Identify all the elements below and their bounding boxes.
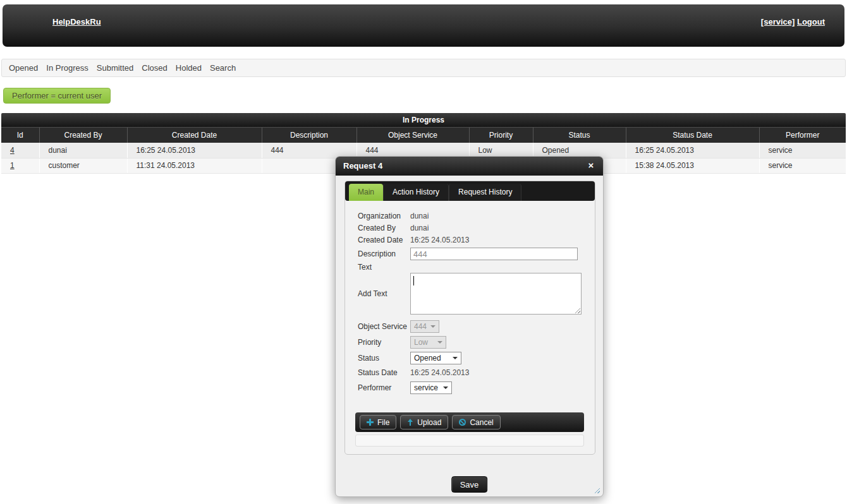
cell-created-by: customer	[39, 158, 127, 173]
add-file-label: File	[377, 418, 389, 427]
cell-performer: service	[759, 143, 846, 158]
performer-label: Performer	[345, 383, 410, 392]
add-file-button[interactable]: File	[360, 415, 396, 429]
chevron-down-icon	[453, 357, 458, 359]
dialog-titlebar[interactable]: Request 4 ×	[336, 157, 603, 176]
object-service-select: 444	[410, 320, 439, 333]
chevron-down-icon	[443, 387, 448, 389]
performer-value: service	[414, 383, 438, 392]
close-icon[interactable]: ×	[585, 160, 597, 171]
col-header-status: Status	[533, 128, 626, 143]
priority-label: Priority	[345, 338, 410, 347]
status-value: Opened	[414, 354, 441, 363]
add-text-label: Add Text	[345, 289, 410, 298]
col-header-priority: Priority	[469, 128, 533, 143]
created-date-value: 16:25 24.05.2013	[410, 236, 469, 244]
request-id-link[interactable]: 4	[10, 146, 15, 155]
ban-icon	[459, 419, 466, 426]
table-header-row: Id Created By Created Date Description O…	[1, 128, 846, 143]
col-header-id: Id	[1, 128, 39, 143]
status-date-value: 16:25 24.05.2013	[410, 368, 469, 377]
table-title: In Progress	[1, 113, 846, 128]
col-header-status-date: Status Date	[626, 128, 759, 143]
performer-select[interactable]: service	[410, 381, 452, 394]
upload-toolbar: File Upload Cancel	[355, 412, 584, 432]
status-date-label: Status Date	[345, 368, 410, 377]
description-label: Description	[345, 249, 410, 258]
cancel-upload-button[interactable]: Cancel	[452, 415, 500, 429]
file-list-area	[355, 435, 584, 447]
priority-value: Low	[414, 338, 428, 347]
organization-value: dunai	[410, 212, 429, 220]
dialog-tab-panel: Main Action History Request History Orga…	[344, 181, 595, 455]
object-service-value: 444	[414, 322, 427, 331]
tab-action-history[interactable]: Action History	[383, 184, 449, 201]
textarea-resize-grip[interactable]	[574, 307, 580, 313]
chevron-down-icon	[437, 341, 442, 344]
priority-select: Low	[410, 336, 446, 349]
cell-created-date: 16:25 24.05.2013	[127, 143, 262, 158]
organization-label: Organization	[345, 212, 410, 220]
cell-performer: service	[759, 158, 846, 173]
col-header-description: Description	[262, 128, 356, 143]
upload-arrow-icon	[407, 419, 413, 426]
status-select[interactable]: Opened	[410, 352, 461, 364]
upload-button[interactable]: Upload	[400, 415, 448, 429]
col-header-performer: Performer	[759, 128, 846, 143]
current-user-link[interactable]: [service]	[761, 17, 795, 27]
tab-request-history[interactable]: Request History	[449, 184, 521, 201]
cell-created-date: 11:31 24.05.2013	[127, 158, 262, 173]
add-text-textarea[interactable]	[410, 273, 582, 315]
created-date-label: Created Date	[345, 236, 410, 244]
cell-created-by: dunai	[39, 143, 127, 158]
request-dialog: Request 4 × Main Action History Request …	[335, 156, 604, 497]
request-form: Organization dunai Created By dunai Crea…	[345, 201, 595, 395]
cell-status-date: 16:25 24.05.2013	[626, 143, 759, 158]
col-header-created-by: Created By	[39, 128, 127, 143]
nav-item-closed[interactable]: Closed	[142, 63, 167, 73]
nav-item-in-progress[interactable]: In Progress	[46, 63, 88, 73]
col-header-created-date: Created Date	[127, 128, 262, 143]
nav-item-submitted[interactable]: Submitted	[97, 63, 134, 73]
nav-item-search[interactable]: Search	[210, 63, 236, 73]
tab-main[interactable]: Main	[349, 184, 383, 201]
upload-label: Upload	[417, 418, 441, 427]
cancel-label: Cancel	[470, 418, 493, 427]
chevron-down-icon	[430, 325, 436, 328]
brand-link[interactable]: HelpDeskRu	[52, 17, 101, 27]
plus-icon	[367, 419, 374, 426]
object-service-label: Object Service	[345, 322, 410, 331]
dialog-resize-grip[interactable]	[593, 486, 600, 493]
created-by-value: dunai	[410, 224, 429, 232]
cell-status-date: 15:38 24.05.2013	[626, 158, 759, 173]
session-links: [service] Logout	[761, 17, 825, 27]
dialog-tabbar: Main Action History Request History	[345, 181, 595, 201]
created-by-label: Created By	[345, 224, 410, 232]
request-id-link[interactable]: 1	[10, 161, 15, 170]
performer-filter-button[interactable]: Performer = current user	[3, 88, 111, 104]
nav-item-opened[interactable]: Opened	[9, 63, 38, 73]
main-nav: Opened In Progress Submitted Closed Hold…	[1, 59, 846, 77]
description-input[interactable]	[410, 248, 578, 260]
save-button[interactable]: Save	[451, 476, 488, 493]
text-caret	[413, 276, 414, 285]
nav-item-holded[interactable]: Holded	[176, 63, 202, 73]
app-header: HelpDeskRu [service] Logout	[3, 4, 844, 47]
text-label: Text	[345, 263, 410, 272]
dialog-title: Request 4	[343, 161, 382, 171]
logout-link[interactable]: Logout	[797, 17, 825, 27]
col-header-object-service: Object Service	[356, 128, 469, 143]
status-label: Status	[345, 354, 410, 363]
